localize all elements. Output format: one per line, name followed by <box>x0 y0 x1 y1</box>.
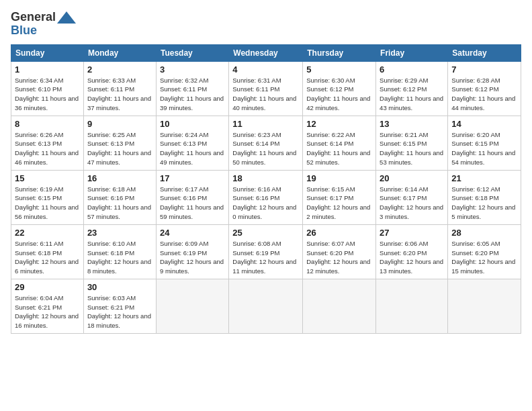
dow-header: Saturday <box>448 44 521 61</box>
day-number: 26 <box>306 228 372 238</box>
day-number: 15 <box>15 173 80 183</box>
day-info: Sunrise: 6:21 AM Sunset: 6:15 PM Dayligh… <box>380 130 444 167</box>
calendar-cell: 4Sunrise: 6:31 AM Sunset: 6:11 PM Daylig… <box>229 61 303 116</box>
day-number: 8 <box>15 119 80 129</box>
calendar-cell: 1Sunrise: 6:34 AM Sunset: 6:10 PM Daylig… <box>11 61 84 116</box>
calendar-cell: 24Sunrise: 6:09 AM Sunset: 6:19 PM Dayli… <box>156 224 228 279</box>
day-number: 3 <box>160 64 225 75</box>
calendar-cell: 6Sunrise: 6:29 AM Sunset: 6:12 PM Daylig… <box>376 61 448 116</box>
logo: General Blue <box>11 11 76 38</box>
day-info: Sunrise: 6:06 AM Sunset: 6:20 PM Dayligh… <box>380 239 444 276</box>
day-info: Sunrise: 6:03 AM Sunset: 6:21 PM Dayligh… <box>87 293 152 330</box>
day-number: 5 <box>306 64 372 75</box>
day-info: Sunrise: 6:09 AM Sunset: 6:19 PM Dayligh… <box>160 239 225 276</box>
day-number: 11 <box>232 119 299 129</box>
calendar-cell: 21Sunrise: 6:12 AM Sunset: 6:18 PM Dayli… <box>448 170 521 224</box>
calendar-cell: 27Sunrise: 6:06 AM Sunset: 6:20 PM Dayli… <box>376 224 448 279</box>
calendar-cell: 17Sunrise: 6:17 AM Sunset: 6:16 PM Dayli… <box>156 170 228 224</box>
calendar-cell: 10Sunrise: 6:24 AM Sunset: 6:13 PM Dayli… <box>156 116 228 170</box>
calendar-cell: 19Sunrise: 6:15 AM Sunset: 6:17 PM Dayli… <box>303 170 376 224</box>
day-info: Sunrise: 6:20 AM Sunset: 6:15 PM Dayligh… <box>451 130 517 167</box>
calendar-cell: 29Sunrise: 6:04 AM Sunset: 6:21 PM Dayli… <box>11 279 84 333</box>
calendar-cell <box>376 279 448 333</box>
day-number: 6 <box>380 64 444 75</box>
calendar-cell: 9Sunrise: 6:25 AM Sunset: 6:13 PM Daylig… <box>83 116 156 170</box>
day-number: 19 <box>306 173 372 183</box>
header: General Blue <box>11 11 521 38</box>
day-info: Sunrise: 6:19 AM Sunset: 6:15 PM Dayligh… <box>15 185 80 222</box>
dow-header: Thursday <box>303 44 376 61</box>
logo-general: General <box>11 11 56 24</box>
calendar-week-row: 1Sunrise: 6:34 AM Sunset: 6:10 PM Daylig… <box>11 61 521 116</box>
day-number: 13 <box>380 119 444 129</box>
calendar-cell: 2Sunrise: 6:33 AM Sunset: 6:11 PM Daylig… <box>83 61 156 116</box>
calendar-cell: 22Sunrise: 6:11 AM Sunset: 6:18 PM Dayli… <box>11 224 84 279</box>
day-number: 12 <box>306 119 372 129</box>
calendar-cell <box>303 279 376 333</box>
day-info: Sunrise: 6:22 AM Sunset: 6:14 PM Dayligh… <box>306 130 372 167</box>
calendar-cell: 15Sunrise: 6:19 AM Sunset: 6:15 PM Dayli… <box>11 170 84 224</box>
day-info: Sunrise: 6:23 AM Sunset: 6:14 PM Dayligh… <box>232 130 299 167</box>
calendar-cell: 14Sunrise: 6:20 AM Sunset: 6:15 PM Dayli… <box>448 116 521 170</box>
calendar-cell <box>156 279 228 333</box>
calendar-cell: 25Sunrise: 6:08 AM Sunset: 6:19 PM Dayli… <box>229 224 303 279</box>
day-info: Sunrise: 6:11 AM Sunset: 6:18 PM Dayligh… <box>15 239 80 276</box>
calendar-cell: 12Sunrise: 6:22 AM Sunset: 6:14 PM Dayli… <box>303 116 376 170</box>
calendar: SundayMondayTuesdayWednesdayThursdayFrid… <box>11 44 521 334</box>
day-number: 2 <box>87 64 152 75</box>
day-info: Sunrise: 6:08 AM Sunset: 6:19 PM Dayligh… <box>232 239 299 276</box>
page: General Blue SundayMondayTuesdayWednesda… <box>0 0 532 411</box>
day-info: Sunrise: 6:33 AM Sunset: 6:11 PM Dayligh… <box>87 76 152 113</box>
day-info: Sunrise: 6:26 AM Sunset: 6:13 PM Dayligh… <box>15 130 80 167</box>
day-info: Sunrise: 6:10 AM Sunset: 6:18 PM Dayligh… <box>87 239 152 276</box>
day-info: Sunrise: 6:31 AM Sunset: 6:11 PM Dayligh… <box>232 76 299 113</box>
day-number: 18 <box>232 173 299 183</box>
day-info: Sunrise: 6:24 AM Sunset: 6:13 PM Dayligh… <box>160 130 225 167</box>
day-info: Sunrise: 6:25 AM Sunset: 6:13 PM Dayligh… <box>87 130 152 167</box>
day-info: Sunrise: 6:07 AM Sunset: 6:20 PM Dayligh… <box>306 239 372 276</box>
calendar-cell: 26Sunrise: 6:07 AM Sunset: 6:20 PM Dayli… <box>303 224 376 279</box>
calendar-cell: 30Sunrise: 6:03 AM Sunset: 6:21 PM Dayli… <box>83 279 156 333</box>
calendar-cell: 7Sunrise: 6:28 AM Sunset: 6:12 PM Daylig… <box>448 61 521 116</box>
calendar-cell: 5Sunrise: 6:30 AM Sunset: 6:12 PM Daylig… <box>303 61 376 116</box>
day-number: 14 <box>451 119 517 129</box>
day-info: Sunrise: 6:28 AM Sunset: 6:12 PM Dayligh… <box>451 76 517 113</box>
logo-icon <box>57 11 76 24</box>
day-number: 23 <box>87 228 152 238</box>
calendar-cell: 23Sunrise: 6:10 AM Sunset: 6:18 PM Dayli… <box>83 224 156 279</box>
day-info: Sunrise: 6:34 AM Sunset: 6:10 PM Dayligh… <box>15 76 80 113</box>
day-info: Sunrise: 6:05 AM Sunset: 6:20 PM Dayligh… <box>451 239 517 276</box>
day-number: 7 <box>451 64 517 75</box>
day-info: Sunrise: 6:17 AM Sunset: 6:16 PM Dayligh… <box>160 185 225 222</box>
day-number: 17 <box>160 173 225 183</box>
day-info: Sunrise: 6:15 AM Sunset: 6:17 PM Dayligh… <box>306 185 372 222</box>
day-number: 21 <box>451 173 517 183</box>
day-info: Sunrise: 6:32 AM Sunset: 6:11 PM Dayligh… <box>160 76 225 113</box>
day-number: 20 <box>380 173 444 183</box>
calendar-cell: 28Sunrise: 6:05 AM Sunset: 6:20 PM Dayli… <box>448 224 521 279</box>
calendar-cell: 20Sunrise: 6:14 AM Sunset: 6:17 PM Dayli… <box>376 170 448 224</box>
day-number: 25 <box>232 228 299 238</box>
day-number: 30 <box>87 282 152 292</box>
day-number: 29 <box>15 282 80 292</box>
day-number: 1 <box>15 64 80 75</box>
day-info: Sunrise: 6:18 AM Sunset: 6:16 PM Dayligh… <box>87 185 152 222</box>
calendar-cell: 8Sunrise: 6:26 AM Sunset: 6:13 PM Daylig… <box>11 116 84 170</box>
dow-header: Wednesday <box>229 44 303 61</box>
day-info: Sunrise: 6:30 AM Sunset: 6:12 PM Dayligh… <box>306 76 372 113</box>
svg-marker-0 <box>57 11 76 24</box>
calendar-cell: 18Sunrise: 6:16 AM Sunset: 6:16 PM Dayli… <box>229 170 303 224</box>
calendar-cell: 3Sunrise: 6:32 AM Sunset: 6:11 PM Daylig… <box>156 61 228 116</box>
dow-header: Monday <box>83 44 156 61</box>
day-number: 9 <box>87 119 152 129</box>
day-number: 4 <box>232 64 299 75</box>
calendar-cell: 11Sunrise: 6:23 AM Sunset: 6:14 PM Dayli… <box>229 116 303 170</box>
days-of-week-row: SundayMondayTuesdayWednesdayThursdayFrid… <box>11 44 521 61</box>
calendar-week-row: 22Sunrise: 6:11 AM Sunset: 6:18 PM Dayli… <box>11 224 521 279</box>
day-info: Sunrise: 6:14 AM Sunset: 6:17 PM Dayligh… <box>380 185 444 222</box>
day-info: Sunrise: 6:16 AM Sunset: 6:16 PM Dayligh… <box>232 185 299 222</box>
day-number: 22 <box>15 228 80 238</box>
dow-header: Tuesday <box>156 44 228 61</box>
day-number: 24 <box>160 228 225 238</box>
day-number: 16 <box>87 173 152 183</box>
